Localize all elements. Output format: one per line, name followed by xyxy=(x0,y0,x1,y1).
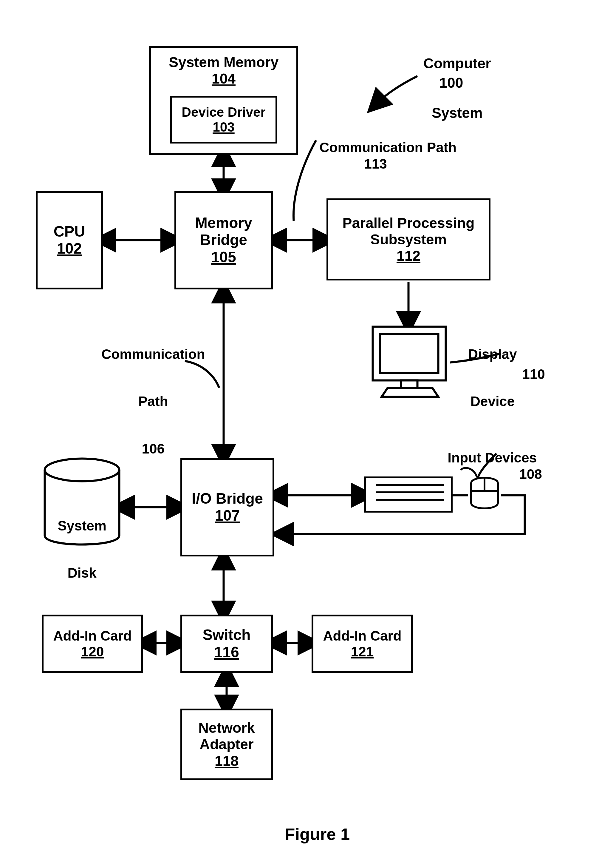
pps-box: Parallel Processing Subsystem 112 xyxy=(327,199,490,281)
ref-113: 113 xyxy=(349,140,387,188)
ref-120: 120 xyxy=(81,644,104,660)
ref-118: 118 xyxy=(215,753,239,769)
svg-rect-12 xyxy=(380,334,438,373)
text: 113 xyxy=(364,156,387,172)
text: 110 xyxy=(522,366,545,382)
text: 108 xyxy=(519,466,542,482)
ref-104: 104 xyxy=(212,70,236,87)
device-driver-box: Device Driver 103 xyxy=(170,96,277,144)
label-l2: Subsystem xyxy=(370,231,446,247)
memory-bridge-box: Memory Bridge 105 xyxy=(174,191,273,289)
switch-box: Switch 116 xyxy=(180,615,273,673)
text: Figure 1 xyxy=(285,825,350,844)
ref-103: 103 xyxy=(213,120,235,135)
label-l1: Network xyxy=(198,719,254,736)
ref-110: 110 xyxy=(507,351,545,398)
ref-106: 106 xyxy=(101,441,205,457)
ref-100: 100 xyxy=(424,58,463,108)
text: Communication Path xyxy=(319,140,457,155)
label-l2: Adapter xyxy=(200,736,253,753)
ref-108: 108 xyxy=(504,451,542,498)
svg-rect-11 xyxy=(373,327,446,380)
label: System Memory xyxy=(169,54,278,70)
ref-102: 102 xyxy=(57,240,82,258)
addin-120-box: Add-In Card 120 xyxy=(42,615,143,673)
text-l1: Communication xyxy=(101,346,205,362)
label: I/O Bridge xyxy=(192,490,263,507)
label: Device Driver xyxy=(182,105,265,120)
text-l1: System xyxy=(57,518,107,534)
label: Add-In Card xyxy=(323,628,401,644)
figure-caption: Figure 1 xyxy=(0,806,616,853)
text-l2: Path xyxy=(101,393,205,409)
addin-121-box: Add-In Card 121 xyxy=(312,615,413,673)
system-memory-box: System Memory 104 Device Driver 103 xyxy=(149,46,298,155)
label: Add-In Card xyxy=(53,628,132,644)
label-l1: Parallel Processing xyxy=(343,215,475,231)
svg-rect-14 xyxy=(365,477,452,511)
network-adapter-box: Network Adapter 118 xyxy=(180,709,273,780)
label-l2: Bridge xyxy=(200,232,247,249)
ref-121: 121 xyxy=(351,644,374,660)
ref-116: 116 xyxy=(214,644,239,661)
cpu-box: CPU 102 xyxy=(36,191,103,289)
diagram-canvas: Computer System 100 System Memory 104 De… xyxy=(0,0,616,853)
ref-112: 112 xyxy=(397,247,421,264)
io-bridge-box: I/O Bridge 107 xyxy=(180,458,274,556)
ref-107: 107 xyxy=(215,507,240,525)
text-l2: Disk xyxy=(57,565,107,581)
label-l1: Memory xyxy=(195,214,252,232)
ref-105: 105 xyxy=(211,249,236,266)
svg-rect-13 xyxy=(401,380,418,388)
text: 100 xyxy=(439,75,463,91)
label: CPU xyxy=(54,223,85,240)
label: Switch xyxy=(203,627,250,644)
